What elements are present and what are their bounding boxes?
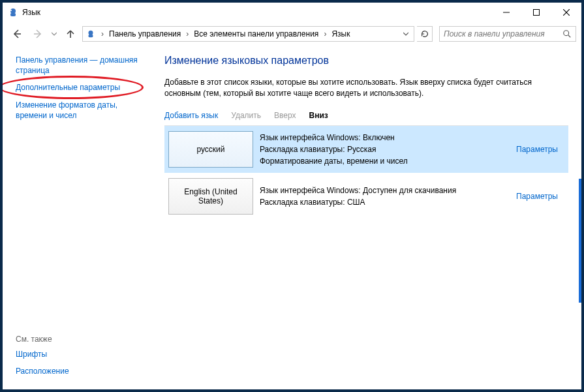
chevron-right-icon[interactable]: › (322, 29, 328, 38)
sidebar: Панель управления — домашняя страница До… (3, 46, 150, 389)
add-language-button[interactable]: Добавить язык (164, 111, 218, 120)
svg-rect-4 (534, 10, 540, 16)
move-down-button[interactable]: Вниз (309, 111, 328, 120)
svg-line-12 (568, 35, 571, 38)
remove-language-button: Удалить (231, 111, 261, 120)
language-detail: Форматирование даты, времени и чисел (260, 155, 510, 167)
close-button[interactable] (551, 3, 581, 22)
language-toolbar: Добавить язык Удалить Вверх Вниз (164, 108, 568, 125)
nav-forward-button[interactable] (29, 25, 47, 43)
sidebar-home-link[interactable]: Панель управления — домашняя страница (16, 55, 145, 76)
language-row[interactable]: русский Язык интерфейса Windows: Включен… (164, 126, 568, 173)
app-icon (8, 7, 18, 18)
language-options-link[interactable]: Параметры (516, 145, 558, 154)
see-also-heading: См. также (16, 335, 145, 344)
breadcrumb[interactable]: › Панель управления › Все элементы панел… (82, 26, 414, 42)
breadcrumb-dropdown[interactable] (401, 29, 411, 38)
sidebar-advanced-link[interactable]: Дополнительные параметры (16, 82, 145, 93)
svg-rect-1 (10, 13, 16, 16)
breadcrumb-all-items[interactable]: Все элементы панели управления (192, 29, 320, 38)
language-detail: Раскладка клавиатуры: США (260, 196, 510, 208)
main-pane: Изменение языковых параметров Добавьте в… (150, 46, 581, 389)
language-options-link[interactable]: Параметры (516, 192, 558, 201)
language-row[interactable]: English (United States) Язык интерфейса … (164, 173, 568, 220)
search-icon[interactable] (561, 29, 573, 38)
sidebar-location-link[interactable]: Расположение (16, 366, 145, 376)
chevron-right-icon[interactable]: › (100, 29, 105, 38)
page-title: Изменение языковых параметров (164, 55, 568, 67)
control-panel-icon (85, 29, 96, 39)
language-tile[interactable]: русский (168, 131, 253, 168)
language-detail: Язык интерфейса Windows: Включен (260, 132, 510, 143)
language-detail: Раскладка клавиатуры: Русская (260, 143, 510, 155)
page-description: Добавьте в этот список языки, которые вы… (164, 77, 568, 99)
language-tile[interactable]: English (United States) (168, 178, 253, 215)
navbar: › Панель управления › Все элементы панел… (3, 22, 581, 46)
language-info: Язык интерфейса Windows: Доступен для ск… (260, 178, 510, 215)
titlebar: Язык (3, 3, 581, 22)
window-controls (491, 3, 581, 22)
chevron-right-icon[interactable]: › (185, 29, 190, 38)
search-box[interactable] (439, 26, 576, 42)
breadcrumb-root[interactable]: Панель управления (108, 29, 182, 38)
window-title: Язык (22, 8, 40, 17)
language-detail: Язык интерфейса Windows: Доступен для ск… (260, 185, 510, 196)
nav-up-button[interactable] (61, 25, 80, 43)
maximize-button[interactable] (521, 3, 551, 22)
nav-back-button[interactable] (8, 25, 26, 43)
nav-recent-dropdown[interactable] (50, 25, 59, 43)
sidebar-fonts-link[interactable]: Шрифты (16, 349, 145, 359)
breadcrumb-leaf[interactable]: Язык (330, 29, 351, 38)
search-input[interactable] (442, 29, 561, 39)
language-list: русский Язык интерфейса Windows: Включен… (164, 125, 568, 220)
sidebar-formats-link[interactable]: Изменение форматов даты, времени и чисел (16, 100, 145, 121)
svg-point-2 (10, 10, 12, 11)
svg-point-0 (10, 8, 16, 14)
language-info: Язык интерфейса Windows: Включен Расклад… (260, 131, 510, 168)
window-edge-highlight (579, 179, 581, 303)
refresh-button[interactable] (417, 26, 433, 42)
svg-point-11 (564, 31, 569, 36)
svg-rect-10 (89, 35, 93, 37)
move-up-button: Вверх (274, 111, 296, 120)
minimize-button[interactable] (491, 3, 521, 22)
svg-point-9 (89, 31, 93, 35)
